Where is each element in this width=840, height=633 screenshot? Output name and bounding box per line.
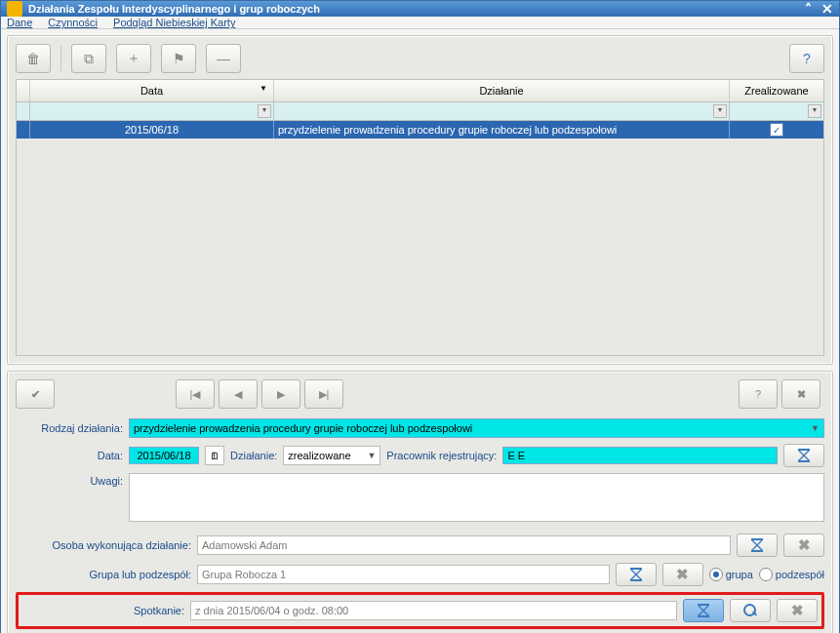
detail-navbar: ✔ |◀ ◀ ▶ ▶| ? ✖ bbox=[16, 379, 824, 409]
row-action: przydzielenie prowadzenia procedury grup… bbox=[274, 121, 730, 138]
chevron-down-icon: ▼ bbox=[367, 451, 376, 460]
next-button[interactable]: ▶ bbox=[261, 379, 300, 409]
label-pracownik: Pracownik rejestrujący: bbox=[386, 450, 497, 461]
copy-button[interactable]: ⧉ bbox=[71, 44, 106, 73]
x-icon: ✖ bbox=[797, 388, 806, 401]
edit-button[interactable]: ⚑ bbox=[161, 44, 196, 73]
chevron-down-icon[interactable]: ▾ bbox=[713, 104, 727, 118]
radio-dot-icon bbox=[759, 568, 773, 581]
dzialanie-select[interactable]: zrealizowane ▼ bbox=[283, 446, 380, 465]
menubar: Dane Czynności Podgląd Niebieskiej Karty bbox=[1, 17, 839, 29]
chevron-down-icon[interactable]: ▾ bbox=[808, 104, 821, 118]
spotkanie-field[interactable]: z dnia 2015/06/04 o godz. 08:00 bbox=[190, 601, 677, 620]
grid-filter-done[interactable]: ▾ bbox=[730, 102, 823, 120]
flag-icon: ⚑ bbox=[173, 51, 185, 66]
help-button[interactable]: ? bbox=[789, 44, 824, 73]
close-icon[interactable]: ✕ bbox=[821, 1, 833, 17]
radio-podzespol[interactable]: podzespół bbox=[759, 568, 824, 581]
radio-podzespol-label: podzespół bbox=[776, 569, 824, 580]
data-field[interactable]: 2015/06/18 bbox=[129, 447, 199, 464]
grid-header: Data ▼ Działanie Zrealizowane bbox=[17, 80, 823, 102]
grid-header-done[interactable]: Zrealizowane bbox=[730, 80, 823, 101]
add-button[interactable]: ＋ bbox=[116, 44, 151, 73]
spotkanie-search-button[interactable] bbox=[730, 599, 771, 622]
hourglass-icon bbox=[698, 604, 709, 617]
prev-icon: ◀ bbox=[234, 388, 242, 401]
done-checkbox[interactable]: ✓ bbox=[770, 123, 783, 137]
label-dzialanie: Działanie: bbox=[230, 450, 277, 461]
app-icon bbox=[7, 1, 22, 17]
last-button[interactable]: ▶| bbox=[304, 379, 343, 409]
clear-icon: ✖ bbox=[676, 566, 689, 583]
osoba-clear-button[interactable]: ✖ bbox=[783, 534, 824, 557]
osoba-value: Adamowski Adam bbox=[202, 539, 287, 551]
hourglass-icon bbox=[798, 449, 810, 462]
grupa-field[interactable]: Grupa Robocza 1 bbox=[197, 565, 610, 584]
titlebar: Działania Zespołu Interdyscyplinarnego i… bbox=[1, 1, 839, 17]
list-toolbar: 🗑 ⧉ ＋ ⚑ — ? bbox=[16, 44, 824, 73]
grid-handle-header bbox=[17, 80, 30, 101]
sort-desc-icon: ▼ bbox=[260, 84, 267, 93]
label-rodzaj: Rodzaj działania: bbox=[16, 422, 123, 434]
remove-button[interactable]: — bbox=[206, 44, 241, 73]
app-window: Działania Zespołu Interdyscyplinarnego i… bbox=[0, 0, 840, 633]
hourglass-icon bbox=[751, 538, 763, 552]
plus-icon: ＋ bbox=[127, 50, 140, 67]
label-data: Data: bbox=[16, 450, 123, 461]
label-osoba: Osoba wykonująca działanie: bbox=[16, 539, 191, 551]
chevron-down-icon[interactable]: ▾ bbox=[258, 104, 271, 118]
help-icon: ? bbox=[755, 388, 761, 400]
trash-button[interactable]: 🗑 bbox=[16, 44, 51, 73]
grupa-clear-button[interactable]: ✖ bbox=[662, 563, 703, 586]
copy-icon: ⧉ bbox=[84, 51, 94, 67]
check-icon: ✔ bbox=[31, 388, 40, 401]
calendar-button[interactable]: 🗓 bbox=[205, 446, 224, 465]
grid-header-data[interactable]: Data ▼ bbox=[30, 80, 274, 101]
help-button-2[interactable]: ? bbox=[739, 379, 778, 409]
menu-podglad[interactable]: Podgląd Niebieskiej Karty bbox=[113, 17, 235, 28]
minimize-icon[interactable]: ˄ bbox=[805, 1, 812, 17]
grid-header-action[interactable]: Działanie bbox=[274, 80, 730, 101]
osoba-field[interactable]: Adamowski Adam bbox=[197, 535, 731, 555]
grid-header-action-label: Działanie bbox=[479, 85, 523, 97]
hourglass-icon bbox=[630, 568, 642, 581]
spotkanie-value: z dnia 2015/06/04 o godz. 08:00 bbox=[195, 605, 348, 616]
grid-filter-action[interactable]: ▾ bbox=[274, 102, 730, 120]
rodzaj-value: przydzielenie prowadzenia procedury grup… bbox=[134, 422, 472, 434]
spotkanie-clear-button[interactable]: ✖ bbox=[777, 599, 818, 622]
first-icon: |◀ bbox=[190, 388, 201, 401]
grupa-lookup-button[interactable] bbox=[616, 563, 657, 586]
label-uwagi: Uwagi: bbox=[16, 473, 123, 487]
row-date: 2015/06/18 bbox=[30, 121, 274, 138]
toolbar-separator bbox=[60, 46, 61, 71]
cancel-button[interactable]: ✖ bbox=[781, 379, 820, 409]
table-row[interactable]: 2015/06/18 przydzielenie prowadzenia pro… bbox=[17, 121, 823, 138]
detail-form: Rodzaj działania: przydzielenie prowadze… bbox=[16, 418, 824, 629]
clear-icon: ✖ bbox=[791, 602, 804, 619]
rodzaj-select[interactable]: przydzielenie prowadzenia procedury grup… bbox=[129, 418, 824, 438]
data-value: 2015/06/18 bbox=[137, 450, 190, 461]
radio-grupa[interactable]: grupa bbox=[709, 568, 753, 581]
pracownik-field[interactable]: E E bbox=[502, 447, 778, 464]
window-title: Działania Zespołu Interdyscyplinarnego i… bbox=[28, 3, 795, 15]
row-done: ✓ bbox=[730, 121, 823, 138]
clear-icon: ✖ bbox=[798, 536, 811, 554]
confirm-button[interactable]: ✔ bbox=[16, 379, 55, 409]
label-spotkanie: Spotkanie: bbox=[22, 605, 184, 616]
osoba-lookup-button[interactable] bbox=[737, 534, 778, 557]
spotkanie-lookup-button[interactable] bbox=[683, 599, 724, 622]
prev-button[interactable]: ◀ bbox=[219, 379, 258, 409]
uwagi-textarea[interactable] bbox=[129, 473, 824, 522]
menu-czynnosci[interactable]: Czynności bbox=[48, 17, 98, 28]
menu-dane[interactable]: Dane bbox=[7, 17, 32, 28]
trash-icon: 🗑 bbox=[26, 51, 40, 66]
grupa-value: Grupa Robocza 1 bbox=[202, 569, 286, 580]
calendar-icon: 🗓 bbox=[210, 451, 220, 461]
radio-dot-icon bbox=[709, 568, 723, 581]
first-button[interactable]: |◀ bbox=[176, 379, 215, 409]
pracownik-lookup-button[interactable] bbox=[783, 444, 824, 467]
radio-grupa-label: grupa bbox=[726, 569, 753, 580]
chevron-down-icon: ▼ bbox=[811, 423, 820, 433]
grid-header-done-label: Zrealizowane bbox=[744, 85, 808, 97]
grid-filter-data[interactable]: ▾ bbox=[30, 102, 274, 120]
